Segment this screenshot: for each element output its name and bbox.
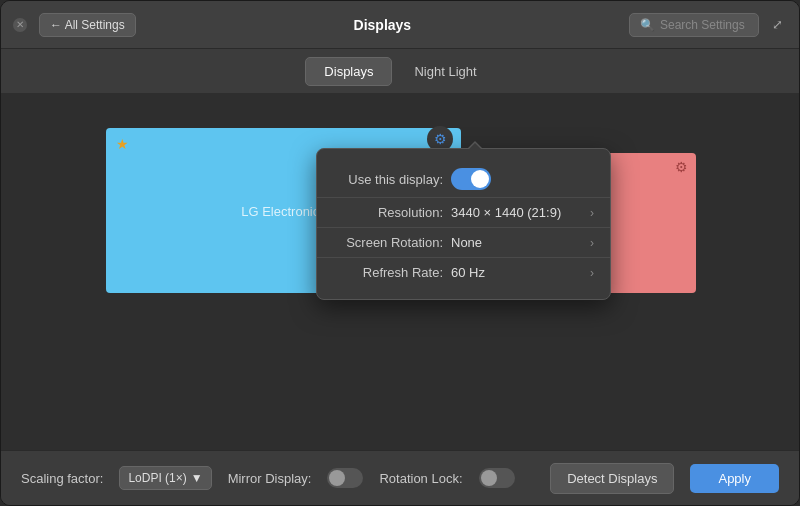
back-button[interactable]: ← All Settings [39, 13, 136, 37]
primary-star-icon: ★ [116, 136, 129, 152]
refresh-rate-chevron-icon: › [590, 266, 594, 280]
secondary-gear-icon[interactable]: ⚙ [675, 159, 688, 175]
scaling-chevron-icon: ▼ [191, 471, 203, 485]
window-title: Displays [136, 17, 629, 33]
tab-night-light[interactable]: Night Light [396, 58, 494, 85]
monitor-area: ★ ⚙ LG Electronics ★ ⚙ Use this display: [1, 93, 799, 450]
rotation-chevron-icon: › [590, 236, 594, 250]
screen-rotation-value: None › [451, 235, 594, 250]
apply-button[interactable]: Apply [690, 464, 779, 493]
search-box[interactable]: 🔍 Search Settings [629, 13, 759, 37]
screen-rotation-label: Screen Rotation: [333, 235, 443, 250]
primary-monitor-label: LG Electronics [241, 203, 326, 218]
main-window: ✕ ← All Settings Displays 🔍 Search Setti… [0, 0, 800, 506]
expand-button[interactable]: ⤢ [767, 15, 787, 35]
resolution-label: Resolution: [333, 205, 443, 220]
screen-rotation-row[interactable]: Screen Rotation: None › [317, 227, 610, 257]
use-display-value [451, 168, 594, 190]
titlebar: ✕ ← All Settings Displays 🔍 Search Setti… [1, 1, 799, 49]
use-display-row: Use this display: [317, 161, 610, 197]
resolution-row[interactable]: Resolution: 3440 × 1440 (21:9) › [317, 197, 610, 227]
refresh-rate-value: 60 Hz › [451, 265, 594, 280]
use-display-toggle[interactable] [451, 168, 491, 190]
close-button[interactable]: ✕ [13, 18, 27, 32]
titlebar-right: 🔍 Search Settings ⤢ [629, 13, 787, 37]
mirror-toggle[interactable] [327, 468, 363, 488]
rotation-lock-toggle[interactable] [479, 468, 515, 488]
display-popup: Use this display: Resolution: 3440 × 144… [316, 148, 611, 300]
refresh-rate-label: Refresh Rate: [333, 265, 443, 280]
scaling-dropdown[interactable]: LoDPI (1×) ▼ [119, 466, 211, 490]
bottombar: Scaling factor: LoDPI (1×) ▼ Mirror Disp… [1, 450, 799, 505]
tab-displays[interactable]: Displays [305, 57, 392, 86]
main-content: ★ ⚙ LG Electronics ★ ⚙ Use this display: [1, 93, 799, 450]
resolution-value: 3440 × 1440 (21:9) › [451, 205, 594, 220]
use-display-label: Use this display: [333, 172, 443, 187]
mirror-label: Mirror Display: [228, 471, 312, 486]
rotation-lock-label: Rotation Lock: [379, 471, 462, 486]
scaling-label: Scaling factor: [21, 471, 103, 486]
search-icon: 🔍 [640, 18, 655, 32]
refresh-rate-row[interactable]: Refresh Rate: 60 Hz › [317, 257, 610, 287]
resolution-chevron-icon: › [590, 206, 594, 220]
detect-displays-button[interactable]: Detect Displays [550, 463, 674, 494]
tabbar: Displays Night Light [1, 49, 799, 93]
